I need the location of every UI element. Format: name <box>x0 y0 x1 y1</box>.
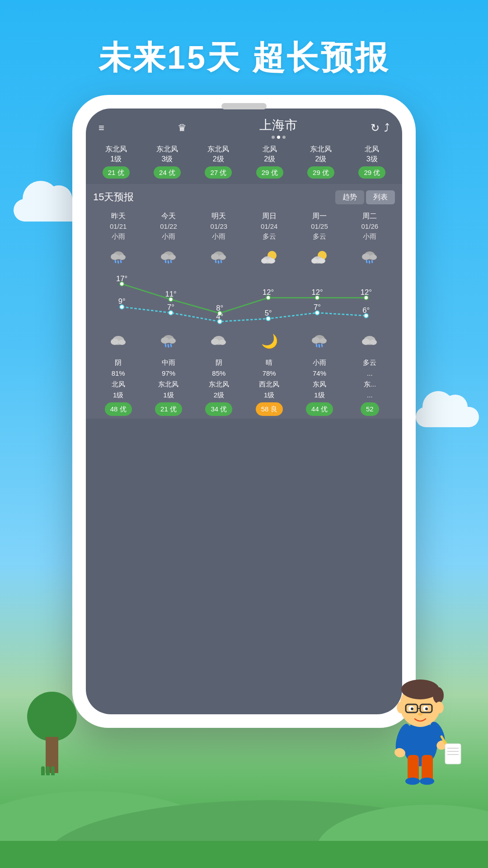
dot-2 <box>277 136 280 139</box>
bottom-aqi-0: 48 优 <box>105 402 132 416</box>
day-col-4: 周一 01/25 多云 <box>294 211 344 245</box>
svg-point-58 <box>118 340 126 345</box>
bottom-level-5: ... <box>345 390 395 401</box>
svg-text:9°: 9° <box>118 297 126 306</box>
svg-rect-31 <box>371 260 373 263</box>
day-date-5: 01/26 <box>345 222 395 232</box>
day-name-2: 明天 <box>194 211 244 222</box>
wind-level-5: 3级 <box>347 154 397 164</box>
bottom-icon-2 <box>194 330 244 354</box>
svg-point-13 <box>211 254 219 260</box>
bottom-condition-0: 阴 <box>93 357 143 368</box>
svg-point-76 <box>362 339 370 345</box>
svg-text:17°: 17° <box>116 274 127 283</box>
bottom-icon-0 <box>93 330 143 354</box>
svg-point-25 <box>317 258 325 264</box>
svg-text:🌙: 🌙 <box>261 333 278 349</box>
svg-point-7 <box>161 254 169 260</box>
weather-icon-cell-0 <box>93 245 143 272</box>
svg-rect-63 <box>167 344 169 348</box>
svg-rect-9 <box>164 260 166 263</box>
wind-aqi-row: 东北风 1级 21 优 东北风 3级 24 优 东北风 2级 27 优 北风 2… <box>86 142 402 180</box>
svg-rect-106 <box>445 744 461 764</box>
weather-icon-cell-2 <box>194 245 244 272</box>
svg-point-1 <box>111 254 119 260</box>
weather-icon-cell-3 <box>244 245 294 272</box>
svg-point-70 <box>312 337 320 344</box>
svg-rect-17 <box>221 260 222 263</box>
day-col-5: 周二 01/26 小雨 <box>345 211 395 245</box>
phone-frame: ≡ ♛ 上海市 ↻ ⤴ 东北风 1级 21 优 <box>72 95 416 728</box>
grass-blade-2 <box>46 766 50 775</box>
bottom-level-3: 1级 <box>244 390 294 401</box>
crown-button[interactable]: ♛ <box>178 122 187 134</box>
svg-text:12°: 12° <box>311 288 323 297</box>
day-date-3: 01/24 <box>244 222 294 232</box>
bottom-wind-4: 东风 <box>294 379 344 390</box>
svg-rect-30 <box>369 260 371 264</box>
wind-direction-1: 东北风 <box>142 144 192 154</box>
svg-rect-64 <box>170 344 172 347</box>
day-date-4: 01/25 <box>294 222 344 232</box>
bottom-wind-1: 东北风 <box>143 379 193 390</box>
bottom-col-3: 晴 78% 西北风 1级 58 良 <box>244 357 294 419</box>
svg-point-67 <box>219 340 226 345</box>
partlycloudy-icon-3 <box>259 248 279 268</box>
share-button[interactable]: ⤴ <box>384 122 389 134</box>
forecast-section: 15天预报 趋势 列表 昨天 01/21 小雨 今天 01/22 小雨 <box>86 184 402 419</box>
bottom-wind-3: 西北风 <box>244 379 294 390</box>
svg-rect-81 <box>0 841 488 868</box>
bottom-humidity-4: 74% <box>294 368 344 379</box>
svg-text:8°: 8° <box>216 304 223 312</box>
bottom-icon-5 <box>345 330 395 354</box>
wind-direction-4: 东北风 <box>296 144 345 154</box>
svg-rect-73 <box>318 344 320 348</box>
day-col-3: 周日 01/24 多云 <box>244 211 294 245</box>
weather-icon-cell-5 <box>345 245 395 272</box>
svg-point-2 <box>118 255 126 260</box>
tab-trend[interactable]: 趋势 <box>335 190 364 204</box>
day-weather-3: 多云 <box>244 231 294 242</box>
cloud-right <box>416 407 479 427</box>
day-col-1: 今天 01/22 小雨 <box>143 211 193 245</box>
wind-level-4: 2级 <box>296 154 345 164</box>
refresh-button[interactable]: ↻ <box>371 122 380 134</box>
bottom-condition-5: 多云 <box>345 357 395 368</box>
svg-point-86 <box>420 778 434 785</box>
wind-col-0: 东北风 1级 21 优 <box>90 142 141 180</box>
page-title: 未来15天 超长预报 <box>0 0 488 80</box>
bottom-level-1: 1级 <box>143 390 193 401</box>
wind-col-1: 东北风 3级 24 优 <box>141 142 192 180</box>
wind-direction-2: 东北风 <box>194 144 243 154</box>
dot-3 <box>282 136 286 139</box>
grass-blade-1 <box>41 766 45 775</box>
tab-list[interactable]: 列表 <box>366 190 395 204</box>
days-header-row: 昨天 01/21 小雨 今天 01/22 小雨 明天 01/23 小雨 周日 0… <box>93 211 395 245</box>
wind-col-2: 东北风 2级 27 优 <box>193 142 244 180</box>
aqi-badge-4: 29 优 <box>307 166 334 179</box>
app-header: ≡ ♛ 上海市 ↻ ⤴ <box>86 108 402 142</box>
bottom-aqi-5: 52 <box>361 402 379 416</box>
svg-rect-15 <box>215 260 217 263</box>
svg-text:12°: 12° <box>263 288 274 297</box>
svg-point-24 <box>311 258 318 264</box>
rain-icon-2 <box>209 248 229 268</box>
day-name-1: 今天 <box>143 211 193 222</box>
svg-text:6°: 6° <box>362 306 370 315</box>
bottom-level-0: 1级 <box>93 390 143 401</box>
svg-point-78 <box>0 791 226 868</box>
aqi-badge-1: 24 优 <box>154 166 181 179</box>
bottom-humidity-2: 85% <box>194 368 244 379</box>
weather-icon-cell-1 <box>143 245 193 272</box>
svg-rect-16 <box>218 260 220 264</box>
svg-point-66 <box>211 339 219 345</box>
menu-button[interactable]: ≡ <box>99 122 104 134</box>
svg-point-27 <box>362 254 370 260</box>
day-weather-2: 小雨 <box>194 231 244 242</box>
bottom-col-2: 阴 85% 东北风 2级 34 优 <box>194 357 244 419</box>
bottom-weather-row: 阴 81% 北风 1级 48 优 中雨 97% 东北风 1级 21 优 阴 85… <box>93 357 395 419</box>
day-col-2: 明天 01/23 小雨 <box>194 211 244 245</box>
forecast-tabs: 趋势 列表 <box>335 190 395 204</box>
day-weather-1: 小雨 <box>143 231 193 242</box>
rain-icon-1 <box>159 248 178 268</box>
